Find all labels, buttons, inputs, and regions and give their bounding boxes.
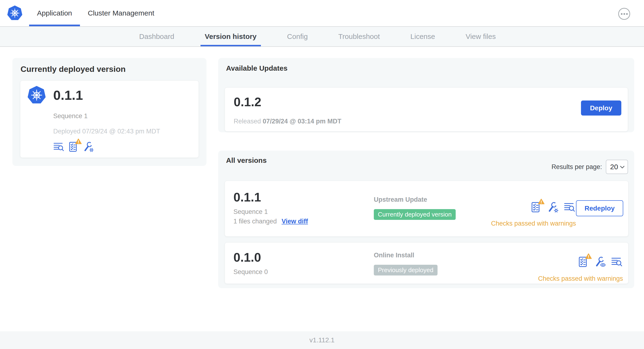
top-header: Application Cluster Management [0, 0, 644, 27]
update-version-number: 0.1.2 [234, 95, 628, 109]
redeploy-button[interactable]: Redeploy [576, 200, 623, 216]
deployed-sequence: Sequence 1 [53, 112, 198, 120]
results-per-page-select[interactable]: 20 [606, 160, 628, 174]
deployed-version-number: 0.1.1 [53, 87, 83, 103]
row-source-label: Online Install [374, 252, 438, 259]
subnav-item-config[interactable]: Config [283, 27, 312, 46]
preflight-checks-icon[interactable] [530, 202, 542, 213]
warning-triangle-icon [585, 253, 592, 259]
tab-cluster-management[interactable]: Cluster Management [80, 0, 162, 26]
currently-deployed-card: Currently deployed version 0.1.1 Sequenc… [12, 58, 206, 166]
results-per-page-label: Results per page: [552, 163, 602, 171]
row-source-label: Upstream Update [374, 196, 456, 204]
view-diff-link[interactable]: View diff [282, 218, 308, 225]
more-options-icon[interactable] [618, 8, 630, 20]
checks-status-text[interactable]: Checks passed with warnings [538, 275, 623, 282]
subnav-item-view-files[interactable]: View files [462, 27, 500, 46]
row-sequence: Sequence 0 [234, 268, 268, 276]
results-per-page: Results per page: 20 [552, 160, 628, 174]
preflight-checks-icon[interactable] [578, 256, 589, 268]
deployed-version-card: 0.1.1 Sequence 1 Deployed 07/29/24 @ 02:… [20, 80, 199, 158]
app-subnav: Dashboard Version history Config Trouble… [0, 27, 644, 47]
subnav-item-troubleshoot[interactable]: Troubleshoot [334, 27, 384, 46]
row-version-number: 0.1.0 [234, 250, 268, 264]
footer: v1.112.1 [0, 331, 644, 349]
row-files-changed: 1 files changed [234, 218, 277, 225]
chevron-down-icon [620, 166, 625, 168]
diff-icon[interactable] [53, 141, 64, 152]
all-versions-title: All versions [226, 156, 266, 164]
update-released-line: Released 07/29/24 @ 03:14 pm MDT [234, 118, 628, 125]
subnav-item-version-history[interactable]: Version history [200, 27, 261, 46]
update-row: 0.1.2 Released 07/29/24 @ 03:14 pm MDT D… [224, 87, 628, 132]
preflight-checks-icon[interactable] [68, 141, 79, 152]
app-icon [28, 86, 46, 104]
warning-triangle-icon [75, 138, 82, 144]
console-version: v1.112.1 [309, 336, 334, 344]
deployed-timestamp: Deployed 07/29/24 @ 02:43 pm MDT [53, 128, 198, 135]
config-view-icon[interactable] [594, 256, 606, 268]
diff-icon[interactable] [564, 202, 575, 213]
all-versions-card: All versions Results per page: 20 0.1.1 … [218, 151, 634, 288]
version-row-0-1-1: 0.1.1 Sequence 1 1 files changed View di… [224, 181, 628, 236]
config-edit-icon[interactable] [83, 141, 94, 152]
status-badge-previously-deployed: Previously deployed [374, 265, 438, 276]
warning-triangle-icon [538, 198, 544, 204]
tab-application[interactable]: Application [29, 0, 80, 26]
top-tabs: Application Cluster Management [29, 0, 162, 26]
row-sequence: Sequence 1 [234, 208, 308, 216]
main-content: Currently deployed version 0.1.1 Sequenc… [0, 47, 644, 331]
subnav-item-dashboard[interactable]: Dashboard [135, 27, 178, 46]
version-row-0-1-0: 0.1.0 Sequence 0 Online Install Previous… [224, 242, 628, 284]
diff-icon[interactable] [611, 256, 622, 268]
config-edit-icon[interactable] [547, 202, 558, 213]
available-updates-card: Available Updates 0.1.2 Released 07/29/2… [218, 58, 634, 132]
deploy-button[interactable]: Deploy [581, 100, 621, 116]
available-updates-title: Available Updates [226, 64, 288, 72]
kubernetes-logo-icon [7, 6, 22, 21]
checks-status-text[interactable]: Checks passed with warnings [491, 220, 576, 227]
status-badge-currently-deployed: Currently deployed version [374, 209, 456, 220]
row-version-number: 0.1.1 [234, 190, 308, 204]
subnav-item-license[interactable]: License [406, 27, 439, 46]
currently-deployed-title: Currently deployed version [20, 64, 126, 74]
